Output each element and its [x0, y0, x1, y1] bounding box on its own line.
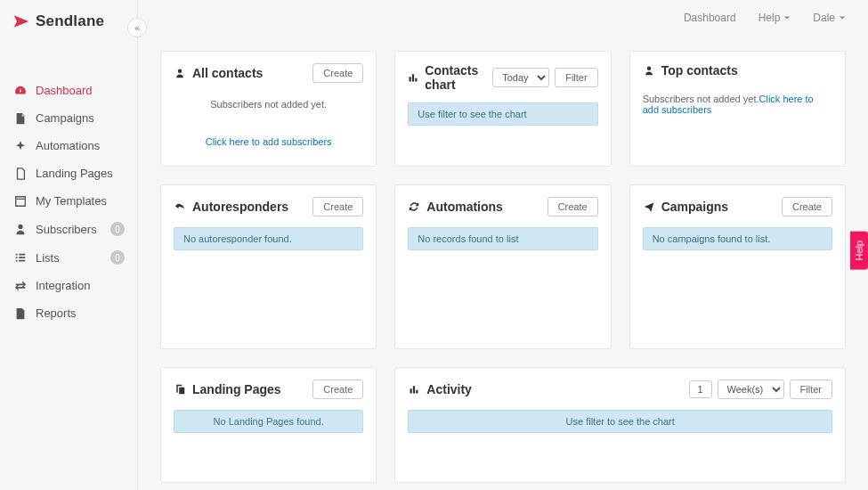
- info-message: No Landing Pages found.: [174, 410, 363, 433]
- bar-chart-icon: [408, 71, 418, 84]
- info-message: No autoresponder found.: [174, 227, 363, 250]
- all-contacts-card: All contacts Create Subscribers not adde…: [160, 51, 377, 167]
- activity-period-select[interactable]: Week(s): [718, 380, 784, 399]
- person-icon: [174, 67, 186, 79]
- sparkle-icon: [12, 140, 28, 152]
- card-title-text: Top contacts: [661, 63, 738, 78]
- sidebar-item-lists[interactable]: Lists0: [0, 243, 137, 272]
- sidebar-item-label: Dashboard: [36, 84, 125, 97]
- create-button[interactable]: Create: [312, 63, 363, 83]
- sidebar-item-label: Integration: [36, 279, 125, 292]
- help-side-tab[interactable]: Help: [850, 232, 868, 270]
- person-icon: [643, 64, 655, 77]
- topbar-label: Dashboard: [684, 12, 736, 24]
- sidebar-item-landing-pages[interactable]: Landing Pages: [0, 159, 137, 187]
- date-filter-select[interactable]: Today: [492, 68, 549, 87]
- sidebar-item-subscribers[interactable]: Subscribers0: [0, 215, 137, 243]
- sidebar-item-campaigns[interactable]: Campaigns: [0, 104, 137, 132]
- bar-chart-icon: [408, 383, 420, 396]
- caret-down-icon: [839, 14, 846, 21]
- create-button[interactable]: Create: [782, 197, 832, 216]
- card-title-text: Activity: [426, 382, 472, 396]
- sidebar-nav: DashboardCampaignsAutomationsLanding Pag…: [0, 50, 137, 327]
- top-contacts-card: Top contacts Subscribers not added yet.C…: [629, 51, 846, 167]
- report-icon: [12, 307, 28, 320]
- card-title-text: All contacts: [192, 66, 263, 80]
- copy-icon: [174, 383, 186, 396]
- sidebar-item-label: Campaigns: [36, 111, 125, 125]
- campaigns-card: Campaigns Create No campaigns found to l…: [629, 184, 846, 349]
- list-icon: [12, 251, 28, 264]
- sidebar-item-integration[interactable]: Integration: [0, 272, 137, 299]
- sidebar-item-label: Lists: [36, 251, 110, 265]
- empty-message: Subscribers not added yet.: [643, 94, 759, 104]
- sendlane-icon: [12, 12, 30, 30]
- swap-icon: [12, 280, 28, 292]
- card-title-text: Contacts chart: [425, 63, 492, 92]
- info-message: Use filter to see the chart: [408, 102, 597, 126]
- filter-button[interactable]: Filter: [790, 380, 832, 399]
- brand-logo[interactable]: Sendlane: [0, 0, 137, 50]
- topbar-item-dashboard[interactable]: Dashboard: [684, 12, 736, 24]
- template-icon: [12, 195, 28, 208]
- sidebar-item-label: Automations: [36, 139, 125, 152]
- topbar-label: Dale: [813, 12, 835, 24]
- activity-number-input[interactable]: [689, 380, 712, 398]
- info-message: Use filter to see the chart: [408, 410, 832, 433]
- topbar-label: Help: [758, 12, 781, 24]
- sidebar-item-dashboard[interactable]: Dashboard: [0, 77, 137, 104]
- topbar-item-dale[interactable]: Dale: [813, 12, 846, 24]
- caret-down-icon: [783, 14, 791, 21]
- file-icon: [12, 112, 28, 125]
- create-button[interactable]: Create: [548, 197, 598, 216]
- main-area: DashboardHelpDale All contacts Create Su…: [138, 0, 868, 490]
- sidebar: Sendlane « DashboardCampaignsAutomations…: [0, 0, 138, 490]
- info-message: No campaigns found to list.: [643, 227, 832, 250]
- refresh-icon: [408, 200, 420, 213]
- contacts-chart-card: Contacts chart Today Filter Use filter t…: [394, 51, 611, 167]
- autoresponders-card: Autoresponders Create No autoresponder f…: [160, 184, 377, 349]
- sidebar-item-label: Landing Pages: [36, 167, 125, 180]
- automations-card: Automations Create No records found to l…: [394, 184, 611, 349]
- page-icon: [12, 167, 28, 180]
- sidebar-item-reports[interactable]: Reports: [0, 299, 137, 327]
- landing-pages-card: Landing Pages Create No Landing Pages fo…: [160, 367, 377, 483]
- sidebar-item-label: My Templates: [36, 194, 125, 208]
- card-title-text: Automations: [426, 200, 503, 214]
- sidebar-item-my-templates[interactable]: My Templates: [0, 187, 137, 215]
- sidebar-item-label: Subscribers: [36, 223, 110, 236]
- filter-button[interactable]: Filter: [555, 68, 597, 87]
- sidebar-badge: 0: [110, 222, 125, 236]
- reply-icon: [174, 200, 186, 213]
- card-title-text: Landing Pages: [192, 382, 281, 396]
- card-title-text: Autoresponders: [192, 200, 288, 214]
- add-subscribers-link[interactable]: Click here to add subscribers: [206, 136, 332, 147]
- empty-message: Subscribers not added yet.: [174, 99, 363, 110]
- card-title-text: Campaigns: [661, 200, 728, 214]
- create-button[interactable]: Create: [312, 380, 363, 399]
- sidebar-badge: 0: [110, 250, 125, 265]
- sidebar-item-automations[interactable]: Automations: [0, 132, 137, 159]
- topbar-item-help[interactable]: Help: [758, 12, 791, 24]
- person-icon: [12, 223, 28, 235]
- send-icon: [643, 200, 655, 213]
- dashboard-grid: All contacts Create Subscribers not adde…: [138, 35, 868, 490]
- activity-card: Activity Week(s) Filter Use filter to se…: [394, 367, 846, 483]
- gauge-icon: [12, 85, 28, 97]
- info-message: No records found to list: [408, 227, 597, 250]
- topbar: DashboardHelpDale: [138, 0, 868, 35]
- sidebar-item-label: Reports: [36, 306, 125, 320]
- brand-name: Sendlane: [36, 12, 104, 30]
- create-button[interactable]: Create: [312, 197, 363, 216]
